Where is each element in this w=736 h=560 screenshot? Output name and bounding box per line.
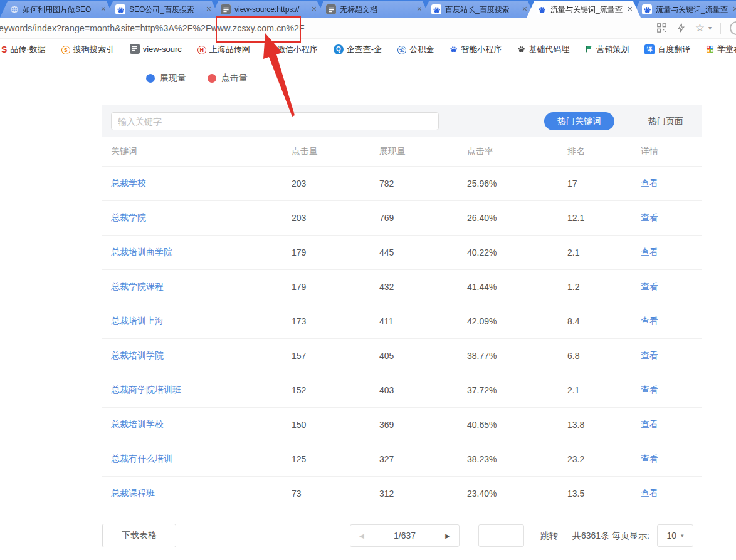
browser-tab[interactable]: SEO公司_百度搜索×: [105, 1, 219, 18]
keyword-link[interactable]: 总裁培训商学院: [111, 247, 292, 258]
urlbar-actions: ☆ ▾: [656, 21, 736, 35]
keyword-link[interactable]: 总裁培训学校: [111, 419, 292, 430]
user-avatar[interactable]: [730, 21, 736, 35]
bookmark-item[interactable]: H上海品传网: [197, 44, 250, 55]
bookmark-label: 百度翻译: [658, 44, 690, 55]
jump-page-input[interactable]: [478, 524, 524, 547]
main-panel: 展现量 点击量 热门关键词 热门页面 关键词点击量展现量点击率排名详情 总裁学校…: [102, 60, 702, 547]
tab-close-icon[interactable]: ×: [417, 4, 422, 13]
jump-button[interactable]: 跳转: [540, 524, 558, 547]
bookmark-label: 营销策划: [596, 44, 629, 55]
keyword-link[interactable]: 总裁课程班: [111, 488, 292, 499]
view-source-doc-icon: [130, 44, 140, 55]
bookmark-item[interactable]: S品传·数据: [1, 44, 46, 55]
tab-close-icon[interactable]: ×: [101, 4, 106, 13]
favorite-star-icon[interactable]: ☆: [695, 21, 705, 34]
tab-close-icon[interactable]: ×: [206, 4, 211, 13]
keyword-search-input[interactable]: [111, 112, 439, 130]
qr-code-icon[interactable]: [656, 23, 667, 33]
bookmark-item[interactable]: 营销策划: [585, 44, 629, 55]
view-details-link[interactable]: 查看: [641, 247, 702, 258]
view-details-link[interactable]: 查看: [641, 212, 702, 224]
bookmark-item[interactable]: 译百度翻译: [644, 44, 690, 55]
clicks-cell: 150: [292, 420, 379, 430]
view-details-link[interactable]: 查看: [641, 350, 702, 361]
tab-close-icon[interactable]: ×: [312, 4, 317, 13]
keyword-toolbar: 热门关键词 热门页面: [102, 105, 702, 137]
url-text[interactable]: eywords/index?range=month&site=http%3A%2…: [0, 23, 305, 33]
hot-keywords-button[interactable]: 热门关键词: [544, 112, 614, 130]
baidu-paw-icon: [431, 4, 441, 14]
table-row: 总裁培训学校15036940.65%13.8查看: [102, 407, 702, 442]
ctr-cell: 41.44%: [467, 282, 567, 292]
clicks-cell: 203: [292, 179, 379, 189]
keyword-link[interactable]: 总裁学院: [111, 212, 292, 224]
chevron-down-icon: ▾: [681, 532, 684, 539]
download-table-button[interactable]: 下载表格: [102, 524, 176, 547]
document-icon: [221, 4, 231, 14]
clicks-cell: 179: [292, 282, 379, 292]
bookmark-item[interactable]: 智能小程序: [449, 44, 502, 55]
tab-title: 流量与关键词_流量查: [656, 4, 730, 15]
hot-pages-tab[interactable]: 热门页面: [648, 116, 683, 127]
legend-impressions: 展现量: [146, 73, 186, 84]
bookmark-label: 智能小程序: [461, 44, 502, 55]
keyword-link[interactable]: 总裁培训上海: [111, 316, 292, 327]
clicks-cell: 73: [292, 489, 379, 499]
tab-close-icon[interactable]: ×: [733, 4, 736, 13]
column-header: 详情: [641, 146, 702, 157]
bookmark-label: 学堂在线 -: [717, 44, 736, 55]
tab-close-icon[interactable]: ×: [522, 4, 527, 13]
keyword-link[interactable]: 总裁培训学院: [111, 350, 292, 361]
keyword-link[interactable]: 总裁学校: [111, 178, 292, 189]
impressions-cell: 782: [379, 179, 467, 189]
browser-tab[interactable]: 如何利用图片做SEO×: [0, 1, 114, 18]
per-page-label: 每页显示:: [612, 524, 649, 547]
page-indicator: 1/637: [364, 531, 446, 541]
bookmark-item[interactable]: Q企查查-企: [334, 44, 382, 55]
keyword-link[interactable]: 总裁学院课程: [111, 281, 292, 293]
chevron-down-icon[interactable]: ▾: [708, 24, 712, 31]
bookmarks-bar: S品传·数据S搜狗搜索引view-sourcH上海品传网微信小程序Q企查查-企公…: [0, 39, 736, 60]
view-details-link[interactable]: 查看: [641, 385, 702, 396]
baidu-paw-icon: [537, 4, 547, 14]
view-details-link[interactable]: 查看: [641, 281, 702, 293]
browser-tab[interactable]: view-source:https://×: [211, 1, 325, 18]
view-details-link[interactable]: 查看: [641, 419, 702, 430]
bookmark-item[interactable]: S搜狗搜索引: [61, 44, 114, 55]
shanghai-h-icon: H: [197, 44, 206, 54]
impressions-cell: 403: [379, 385, 467, 395]
bookmark-label: 基础代码埋: [528, 44, 569, 55]
view-details-link[interactable]: 查看: [641, 178, 702, 189]
prev-page-icon[interactable]: ◀: [359, 532, 364, 539]
keyword-link[interactable]: 总裁商学院培训班: [111, 385, 292, 396]
browser-tab[interactable]: 百度站长_百度搜索×: [421, 1, 535, 18]
view-details-link[interactable]: 查看: [641, 488, 702, 499]
view-details-link[interactable]: 查看: [641, 454, 702, 465]
bookmark-item[interactable]: 基础代码埋: [517, 44, 569, 55]
next-page-icon[interactable]: ▶: [445, 532, 450, 539]
ctr-cell: 42.09%: [467, 316, 567, 326]
bookmark-item[interactable]: view-sourc: [130, 44, 182, 55]
tab-title: SEO公司_百度搜索: [129, 4, 203, 15]
page-size-select[interactable]: 10 ▾: [657, 524, 693, 547]
view-details-link[interactable]: 查看: [641, 316, 702, 327]
browser-tab[interactable]: 流量与关键词_流量查×: [527, 1, 641, 18]
column-header: 点击率: [467, 146, 567, 157]
bookmark-item[interactable]: 公公积金: [397, 44, 434, 55]
flag-icon: [585, 45, 593, 53]
tab-title: 无标题文档: [340, 4, 414, 15]
impressions-cell: 445: [379, 247, 467, 257]
browser-tab[interactable]: 流量与关键词_流量查×: [632, 1, 736, 18]
rank-cell: 2.1: [567, 385, 641, 395]
bookmark-item[interactable]: 微信小程序: [266, 44, 318, 55]
bookmark-item[interactable]: 学堂在线 -: [706, 44, 736, 55]
column-header: 展现量: [379, 146, 467, 157]
toolbar-tabs: 热门关键词 热门页面: [544, 112, 702, 130]
browser-tab[interactable]: 无标题文档×: [316, 1, 430, 18]
tab-close-icon[interactable]: ×: [628, 4, 633, 13]
table-row: 总裁学院课程17943241.44%1.2查看: [102, 269, 702, 304]
lightning-icon[interactable]: [676, 23, 686, 33]
legend-impressions-label: 展现量: [160, 73, 186, 84]
keyword-link[interactable]: 总裁有什么培训: [111, 454, 292, 465]
